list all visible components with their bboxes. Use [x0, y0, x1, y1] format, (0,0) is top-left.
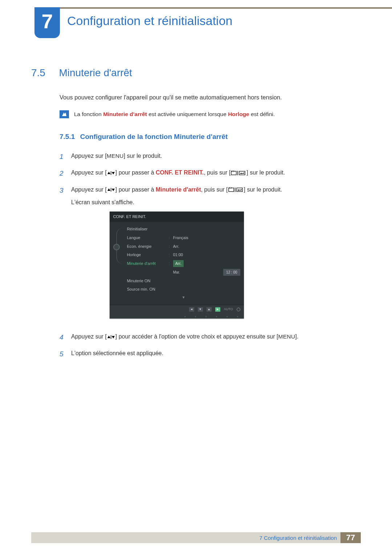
source-enter-icon	[228, 187, 244, 192]
step-2: 2 Appuyez sur [] pour passer à CONF. ET …	[60, 168, 361, 179]
menu-key: MENU	[107, 153, 124, 159]
section-title: Minuterie d'arrêt	[59, 67, 132, 78]
footer: 7 Configuration et réinitialisation 77	[31, 532, 361, 543]
svg-marker-2	[112, 172, 115, 175]
svg-marker-15	[237, 189, 239, 191]
osd-footer: ◄ ▼ ▲ ► AUTO	[110, 305, 244, 313]
osd-row-reinitialiser: Réinitialiser	[127, 225, 240, 234]
section-number: 7.5	[31, 67, 57, 79]
osd-auto-label: AUTO	[224, 307, 233, 312]
steps-list: 1 Appuyez sur [MENU] sur le produit. 2 A…	[60, 151, 361, 360]
note-icon	[60, 110, 69, 118]
svg-rect-17	[111, 335, 111, 339]
step-3: 3 Appuyez sur [] pour passer à Minuterie…	[60, 185, 361, 327]
top-band	[60, 7, 392, 9]
up-down-icon	[107, 188, 115, 192]
osd-enter-icon: ►	[215, 307, 220, 312]
source-enter-icon	[231, 171, 246, 176]
osd-row-minuterie-arret: Minuterie d'arrêt:Arr.	[127, 259, 240, 268]
osd-up-icon: ▲	[207, 307, 212, 312]
osd-screenshot: CONF. ET REINIT. Réinitialiser Langue:Fr…	[110, 212, 244, 319]
chapter-tab: 7	[34, 7, 60, 38]
osd-more-icon: ▼	[127, 294, 240, 302]
step-5: 5 L'option sélectionnée est appliquée.	[60, 348, 361, 360]
svg-rect-5	[237, 171, 238, 175]
svg-marker-0	[107, 172, 110, 174]
svg-marker-8	[107, 188, 110, 191]
intro-text: Vous pouvez configurer l'appareil pour q…	[60, 94, 361, 101]
page-number: 77	[340, 532, 361, 543]
osd-dial	[110, 225, 127, 302]
up-down-icon	[107, 171, 115, 175]
osd-row-econ: Econ. énergie:Arr.	[127, 242, 240, 251]
svg-rect-13	[235, 188, 236, 192]
up-down-icon	[107, 335, 115, 339]
svg-rect-1	[111, 171, 111, 175]
footer-label: 7 Configuration et réinitialisation	[260, 535, 340, 541]
svg-marker-7	[240, 173, 241, 174]
main-content: 7.5 Minuterie d'arrêt Vous pouvez config…	[31, 67, 361, 365]
step-1: 1 Appuyez sur [MENU] sur le produit.	[60, 151, 361, 163]
svg-rect-9	[111, 188, 111, 192]
svg-rect-12	[229, 187, 231, 188]
note-text: La fonction Minuterie d'arrêt est activé…	[74, 110, 275, 118]
step-4: 4 Appuyez sur [] pour accéder à l'option…	[60, 332, 361, 343]
osd-row-minuterie-on: Minuterie ON	[127, 276, 240, 285]
menu-key: MENU	[278, 333, 295, 340]
subsection-number: 7.5.1	[60, 133, 75, 140]
chapter-title: Configuration et réinitialisation	[67, 14, 232, 28]
chapter-number: 7	[41, 9, 53, 33]
svg-marker-10	[112, 189, 115, 191]
osd-down-icon: ▼	[198, 307, 203, 312]
osd-row-source: Source min. ON	[127, 285, 240, 294]
section-heading: 7.5 Minuterie d'arrêt	[31, 67, 361, 79]
osd-power-icon	[237, 308, 240, 311]
osd-row-langue: Langue:Français	[127, 233, 240, 242]
svg-rect-4	[232, 171, 234, 172]
note: La fonction Minuterie d'arrêt est activé…	[60, 110, 361, 118]
osd-left-icon: ◄	[189, 307, 194, 312]
svg-marker-18	[112, 336, 115, 338]
subsection-heading: 7.5.1 Configuration de la fonction Minut…	[60, 133, 361, 141]
svg-marker-16	[107, 336, 110, 338]
osd-row-sub: Mar.12 : 00	[127, 268, 240, 276]
osd-row-horloge: Horloge:01:00	[127, 251, 240, 259]
osd-title: CONF. ET REINIT.	[110, 212, 244, 222]
osd-menu: Réinitialiser Langue:Français Econ. éner…	[127, 225, 244, 302]
gear-icon	[113, 244, 120, 250]
subsection-title: Configuration de la fonction Minuterie d…	[80, 133, 228, 140]
